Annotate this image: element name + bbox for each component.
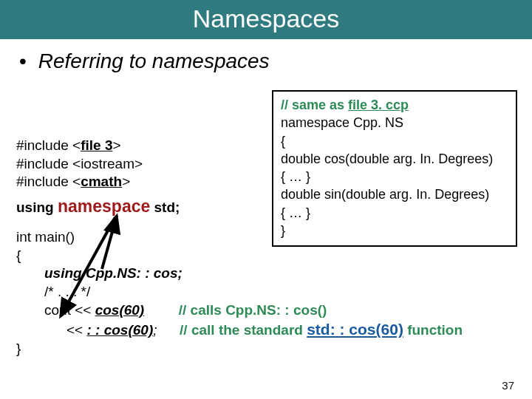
main-line: int main() <box>16 228 463 247</box>
code-left-block: #include <file 3> #include <iostream> #i… <box>16 137 463 358</box>
cos60-a: cos(60) <box>95 302 145 318</box>
brace-open: { <box>16 247 463 265</box>
std-txt: std; <box>150 200 180 215</box>
std-cos-ref: std: : cos(60) <box>307 321 403 338</box>
shift-op: << <box>66 322 86 338</box>
inc1-post: > <box>112 137 120 153</box>
comment-b-post: function <box>403 322 463 338</box>
box-line-2: namespace Cpp. NS <box>281 114 508 132</box>
comment-stars: /* . . . */ <box>16 283 463 301</box>
inc-line-2: #include <iostream> <box>16 155 463 174</box>
using-kw: using <box>16 200 54 215</box>
inc-line-1: #include <file 3> <box>16 137 463 155</box>
inc3-pre: #include < <box>16 174 81 189</box>
box-comment-1a: // same as <box>281 98 348 112</box>
inc-line-3: #include <cmath> <box>16 173 463 191</box>
cout-pre: cout << <box>44 302 95 318</box>
comment-b-pre: // call the standard <box>180 322 307 338</box>
using-namespace-line: using namespace std; <box>16 196 463 218</box>
inc3-file: cmath <box>81 174 122 189</box>
box-comment-1b: file 3. ccp <box>348 98 409 112</box>
bullet-heading: • Referring to namespaces <box>19 50 532 73</box>
cout-line-b: << : : cos(60); // call the standard std… <box>16 319 463 340</box>
cos60-b: : : cos(60) <box>86 322 153 338</box>
comment-a: // calls Cpp.NS: : cos() <box>179 302 327 318</box>
slide-title: Namespaces <box>0 0 532 39</box>
box-line-1: // same as file 3. ccp <box>281 96 508 114</box>
page-number: 37 <box>502 379 514 392</box>
bullet-dot: • <box>19 50 33 73</box>
inc1-pre: #include < <box>16 137 81 153</box>
inc1-file: file 3 <box>81 137 112 153</box>
namespace-kw: namespace <box>58 197 150 216</box>
int-kw: int <box>16 229 31 245</box>
semicolon: ; <box>153 322 157 338</box>
inc3-post: > <box>122 174 130 189</box>
brace-close: } <box>16 340 463 358</box>
using-cos: using Cpp.NS: : cos; <box>44 265 183 281</box>
main-sig: main() <box>31 229 75 245</box>
using-cos-line: using Cpp.NS: : cos; <box>16 265 463 283</box>
cout-line-a: cout << cos(60) // calls Cpp.NS: : cos() <box>16 301 463 320</box>
bullet-text: Referring to namespaces <box>38 50 270 72</box>
